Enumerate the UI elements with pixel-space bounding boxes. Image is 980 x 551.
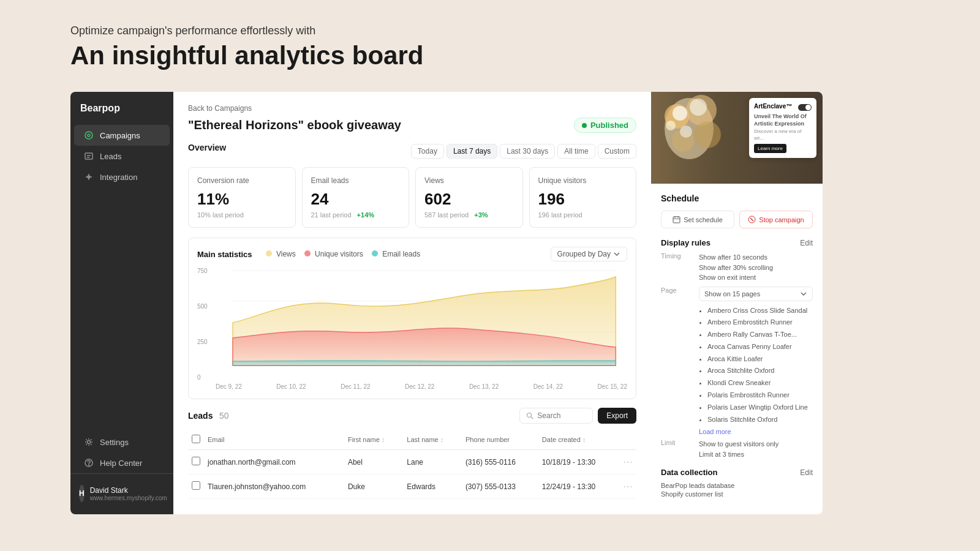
cell-last: Edwards <box>403 474 462 499</box>
row-checkbox[interactable] <box>192 481 200 490</box>
published-dot <box>582 123 587 128</box>
overview-header: Overview Today Last 7 days Last 30 days … <box>188 143 636 160</box>
overview-title: Overview <box>188 143 226 152</box>
filter-alltime[interactable]: All time <box>557 144 595 159</box>
list-item: Solaris Stitchlite Oxford <box>707 414 813 426</box>
metric-conversion: Conversion rate 11% 10% last period <box>188 167 296 228</box>
schedule-title: Schedule <box>661 193 813 203</box>
list-item: Polaris Laser Wingtip Oxford Line <box>707 402 813 414</box>
sidebar-item-settings[interactable]: Settings <box>74 432 170 452</box>
filter-7days[interactable]: Last 7 days <box>447 144 497 159</box>
published-label: Published <box>590 121 628 130</box>
filter-30days[interactable]: Last 30 days <box>500 144 555 159</box>
page-label: Page <box>661 287 692 436</box>
export-button[interactable]: Export <box>598 408 636 424</box>
svg-point-20 <box>673 106 687 121</box>
list-item: Klondi Crew Sneaker <box>707 377 813 389</box>
chart-section: Main statistics Views Unique visitors Em… <box>188 238 636 399</box>
sidebar-item-label: Leads <box>100 152 121 161</box>
pages-list: Ambero Criss Cross Slide Sandal Ambero E… <box>699 305 813 426</box>
display-rules-section: Display rules Edit Timing Show after 10 … <box>661 238 813 459</box>
timing-values: Show after 10 seconds Show after 30% scr… <box>699 252 773 283</box>
cell-first: Duke <box>344 474 403 499</box>
metric-views: Views 602 587 last period +3% <box>415 167 523 228</box>
sidebar: Bearpop Campaigns Leads Integration Sett… <box>70 92 173 514</box>
campaigns-icon <box>84 130 94 140</box>
data-collection-edit[interactable]: Edit <box>800 468 813 477</box>
stop-icon <box>748 216 756 223</box>
chart-title: Main statistics <box>197 250 252 259</box>
chart-area: 750 500 250 0 <box>197 268 627 381</box>
search-icon <box>526 412 533 419</box>
hero-section: Optimize campaign's performance effortle… <box>70 24 423 70</box>
row-actions-icon[interactable]: ⋯ <box>623 457 633 467</box>
cell-phone: (316) 555-0116 <box>462 450 538 474</box>
sidebar-item-label: Integration <box>100 173 137 182</box>
table-row: jonathan.north@gmail.com Abel Lane (316)… <box>188 450 636 474</box>
sidebar-item-label: Campaigns <box>100 131 140 140</box>
set-schedule-button[interactable]: Set schedule <box>661 211 734 228</box>
list-item: Aroca Stitchlite Oxford <box>707 365 813 377</box>
data-collection-item: BearPop leads database <box>661 482 813 489</box>
limit-label: Limit <box>661 439 692 459</box>
leads-icon <box>84 151 94 161</box>
list-item: Ambero Rally Canvas T-Toe... <box>707 329 813 341</box>
leads-header: Leads 50 Export <box>188 408 636 424</box>
limit-row: Limit Show to guest visitors only Limit … <box>661 439 813 459</box>
published-badge: Published <box>574 118 636 133</box>
user-profile[interactable]: H David Stark www.hermes.myshopify.com <box>70 480 173 507</box>
cell-phone: (307) 555-0133 <box>462 474 538 499</box>
search-input[interactable] <box>537 411 586 420</box>
campaign-title-text: "Ethereal Horizons" ebook giveaway <box>188 118 401 132</box>
user-url: www.hermes.myshopify.com <box>90 495 167 501</box>
metric-value: 24 <box>311 190 401 209</box>
legend-email-leads: Email leads <box>372 250 420 259</box>
display-rules-edit[interactable]: Edit <box>800 239 813 247</box>
svg-line-14 <box>531 417 533 419</box>
preview-flowers <box>651 92 745 184</box>
metric-label: Views <box>424 176 514 185</box>
sidebar-item-help[interactable]: Help Center <box>74 452 170 473</box>
metric-label: Email leads <box>311 176 401 185</box>
sidebar-item-leads[interactable]: Leads <box>74 146 170 167</box>
filter-custom[interactable]: Custom <box>598 144 636 159</box>
load-more-link[interactable]: Load more <box>699 428 813 435</box>
help-icon <box>84 458 94 468</box>
metric-unique-visitors: Unique visitors 196 196 last period <box>529 167 637 228</box>
search-box[interactable] <box>519 408 593 424</box>
svg-rect-2 <box>85 153 92 159</box>
metric-change: +14% <box>357 211 374 219</box>
sidebar-item-integration[interactable]: Integration <box>74 167 170 187</box>
table-body: jonathan.north@gmail.com Abel Lane (316)… <box>188 450 636 499</box>
select-all-checkbox[interactable] <box>192 435 200 443</box>
svg-point-19 <box>694 121 721 148</box>
page-section: Show on 15 pages Ambero Criss Cross Slid… <box>699 287 813 436</box>
cell-email: Tlauren.johnston@yahoo.com <box>204 474 344 499</box>
svg-point-6 <box>88 441 91 444</box>
timing-row: Timing Show after 10 seconds Show after … <box>661 252 813 283</box>
breadcrumb[interactable]: Back to Campaigns <box>188 104 636 113</box>
cell-last: Lane <box>403 450 462 474</box>
popup-brand: ArtEnclave™ <box>754 103 792 110</box>
svg-line-29 <box>750 218 753 221</box>
svg-point-22 <box>680 126 692 138</box>
row-checkbox[interactable] <box>192 457 200 465</box>
x-labels: Dec 9, 22 Dec 10, 22 Dec 11, 22 Dec 12, … <box>197 383 627 390</box>
sidebar-item-label: Settings <box>100 438 129 447</box>
metric-change: +3% <box>474 211 488 219</box>
metric-sub: 587 last period +3% <box>424 211 514 219</box>
stop-campaign-button[interactable]: Stop campaign <box>739 211 813 228</box>
page-select-dropdown[interactable]: Show on 15 pages <box>699 287 813 301</box>
popup-cta: Learn more <box>754 144 786 153</box>
row-actions-icon[interactable]: ⋯ <box>623 481 633 492</box>
sidebar-item-campaigns[interactable]: Campaigns <box>74 125 170 146</box>
user-info: David Stark www.hermes.myshopify.com <box>90 486 167 501</box>
metric-value: 196 <box>538 190 628 209</box>
grouped-by-button[interactable]: Grouped by Day <box>551 247 627 261</box>
metric-label: Unique visitors <box>538 176 628 185</box>
right-panel: ArtEnclave™ Unveil The World Of Artistic… <box>651 92 823 514</box>
list-item: Polaris Embrostitch Runner <box>707 389 813 402</box>
filter-today[interactable]: Today <box>411 144 444 159</box>
metrics-grid: Conversion rate 11% 10% last period Emai… <box>188 167 636 228</box>
metric-label: Conversion rate <box>197 176 287 185</box>
